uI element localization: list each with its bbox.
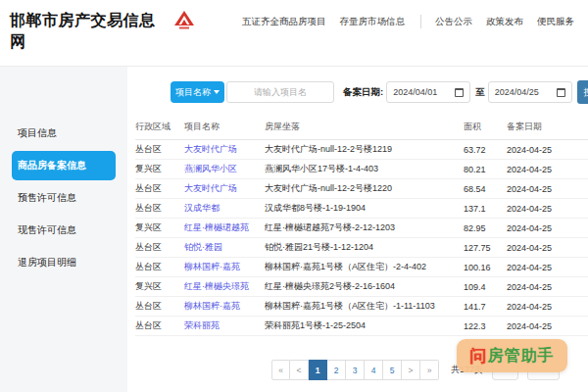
sidebar-item-commodity-housing-filing[interactable]: 商品房备案信息 [12,151,116,180]
project-link[interactable]: 汉成华都 [184,203,220,213]
calendar-icon [557,88,565,97]
nav-item-five-cert-projects[interactable]: 五证齐全商品房项目 [242,16,326,28]
page-next-button[interactable]: > [402,360,420,380]
cell-project-link[interactable]: 大友时代广场 [184,140,265,160]
page-button-2[interactable]: 2 [327,360,346,380]
col-header-date: 备案日期 [507,116,588,140]
cell-date: 2024-04-25 [507,238,588,258]
sidebar: 项目信息 商品房备案信息 预售许可信息 现售许可信息 退房项目明细 [0,67,127,392]
cell-project-link[interactable]: 红星·檀樾珺越苑 [184,219,265,238]
date-to-picker[interactable] [488,81,572,103]
page-button-4[interactable]: 4 [365,360,383,380]
site-title: 邯郸市房产交易信息网 [10,10,171,53]
project-link[interactable]: 柳林国粹·嘉苑 [184,301,240,311]
cell-date: 2024-04-25 [507,258,588,277]
sidebar-item-project-info[interactable]: 项目信息 [12,119,116,148]
cell-project-link[interactable]: 荣科丽苑 [184,317,265,336]
cell-project-link[interactable]: 大友时代广场 [184,179,265,199]
table-header-row: 行政区域 项目名称 房屋坐落 面积 备案日期 [135,116,588,140]
assistant-widget[interactable]: 问 房管助手 [457,339,567,372]
date-range-separator: 至 [475,86,485,99]
search-field-dropdown-label: 项目名称 [175,86,211,99]
page-prev-button[interactable]: < [290,360,309,380]
cell-area: 137.1 [464,199,507,219]
calendar-icon [455,88,464,97]
cell-project-link[interactable]: 红星·檀樾央璟苑 [184,277,265,297]
site-header: 邯郸市房产交易信息网 五证齐全商品房项目 存量房市场信息 公告公示 政策发布 便… [0,0,588,67]
table-row: 丛台区 汉成华都 汉成华都8号楼-1-19-1904 137.1 2024-04… [135,199,588,219]
date-to-input[interactable] [495,87,552,97]
nav-divider [420,15,421,28]
cell-location: 柳林国粹·嘉苑1号楼（A区住宅）-1-11-1103 [265,297,464,317]
filing-records-table: 行政区域 项目名称 房屋坐落 面积 备案日期 丛台区 大友时代广场 大友时代广场… [135,116,588,336]
project-link[interactable]: 柳林国粹·嘉苑 [184,262,240,271]
table-row: 丛台区 铂悦·雅园 铂悦·雅园21号楼-1-12-1204 127.75 202… [135,238,588,258]
cell-project-link[interactable]: 柳林国粹·嘉苑 [184,297,265,317]
cell-area: 100.16 [464,258,507,277]
cell-area: 127.75 [464,238,507,258]
cell-date: 2024-04-25 [507,179,588,199]
cell-location: 红星·檀樾珺越苑7号楼-2-12-1203 [265,219,464,238]
cell-date: 2024-04-25 [507,199,588,219]
project-link[interactable]: 红星·檀樾珺越苑 [184,222,249,232]
cell-project-link[interactable]: 柳林国粹·嘉苑 [184,258,265,277]
project-link[interactable]: 荣科丽苑 [184,320,220,330]
cell-region: 丛台区 [135,140,184,160]
table-row: 丛台区 大友时代广场 大友时代广场-null-12-2号楼1219 63.72 … [135,140,588,160]
nav-item-policy-release[interactable]: 政策发布 [486,16,523,28]
cell-location: 铂悦·雅园21号楼-1-12-1204 [265,238,464,258]
col-header-area: 面积 [464,116,507,140]
site-logo-house-icon [173,10,195,31]
col-header-region: 行政区域 [135,116,184,140]
cell-location: 红星·檀樾央璟苑2号楼-2-16-1604 [265,277,464,297]
page-button-5[interactable]: 5 [383,360,402,380]
page-last-button[interactable]: » [420,360,439,380]
search-field-dropdown[interactable]: 项目名称 [171,81,224,103]
sidebar-item-presale-permit[interactable]: 预售许可信息 [12,183,116,213]
cell-project-link[interactable]: 铂悦·雅园 [184,238,265,258]
page-first-button[interactable]: « [271,360,290,380]
cell-date: 2024-04-25 [507,317,588,336]
cell-region: 丛台区 [135,199,184,219]
filing-date-label: 备案日期: [343,86,383,99]
table-row: 复兴区 红星·檀樾珺越苑 红星·檀樾珺越苑7号楼-2-12-1203 82.95… [135,219,588,238]
cell-date: 2024-04-25 [507,219,588,238]
sidebar-item-refund-project-details[interactable]: 退房项目明细 [12,248,116,277]
cell-region: 复兴区 [135,277,184,297]
cell-region: 复兴区 [135,160,184,179]
cell-location: 荣科丽苑1号楼-1-25-2504 [265,317,464,336]
project-link[interactable]: 燕澜风华小区 [184,164,237,173]
nav-item-announcements[interactable]: 公告公示 [435,16,472,28]
page-button-1[interactable]: 1 [309,360,327,380]
cell-region: 丛台区 [135,179,184,199]
filter-bar: 项目名称 备案日期: 至 搜索 [171,80,588,104]
col-header-location: 房屋坐落 [265,116,464,140]
project-link[interactable]: 大友时代广场 [184,144,237,154]
cell-area: 109.4 [464,277,507,297]
nav-item-public-services[interactable]: 便民服务 [537,16,574,28]
pagination: « < 1 2 3 4 5 > » [271,360,439,380]
project-name-input[interactable] [226,81,334,103]
cell-region: 复兴区 [135,219,184,238]
cell-project-link[interactable]: 燕澜风华小区 [184,160,265,179]
cell-area: 68.54 [464,179,507,199]
project-link[interactable]: 铂悦·雅园 [184,242,222,252]
table-row: 丛台区 大友时代广场 大友时代广场-null-12-2号楼1220 68.54 … [135,179,588,199]
page-button-3[interactable]: 3 [346,360,365,380]
cell-area: 122.3 [464,317,507,336]
project-link[interactable]: 红星·檀樾央璟苑 [184,281,249,291]
search-button[interactable]: 搜索 [577,80,588,104]
date-from-picker[interactable] [386,81,470,103]
project-link[interactable]: 大友时代广场 [184,183,237,193]
top-navigation: 五证齐全商品房项目 存量房市场信息 公告公示 政策发布 便民服务 [242,15,588,28]
assistant-logo-icon: 问 [470,345,487,368]
cell-location: 大友时代广场-null-12-2号楼1220 [265,179,464,199]
chevron-down-icon [214,90,220,94]
cell-location: 汉成华都8号楼-1-19-1904 [265,199,464,219]
sidebar-item-current-sale-permit[interactable]: 现售许可信息 [12,216,116,245]
cell-date: 2024-04-25 [507,297,588,317]
cell-area: 82.95 [464,219,507,238]
nav-item-stock-housing-info[interactable]: 存量房市场信息 [340,16,406,28]
date-from-input[interactable] [393,87,450,97]
cell-project-link[interactable]: 汉成华都 [184,199,265,219]
